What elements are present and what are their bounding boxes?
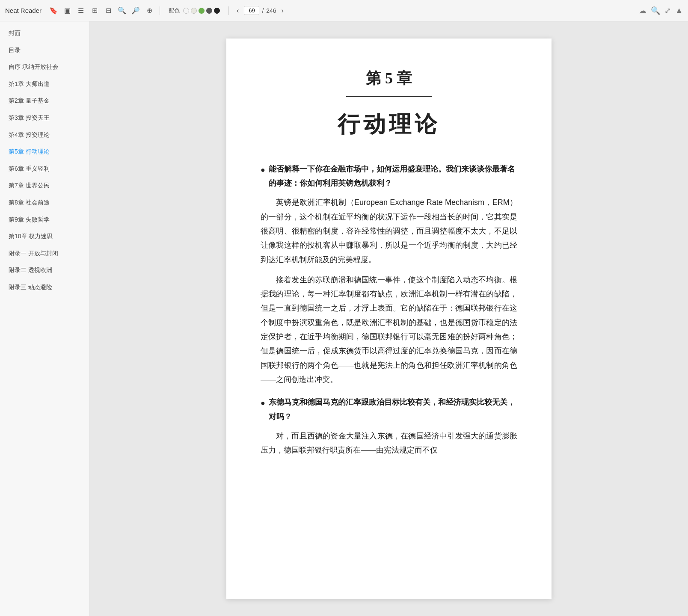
- bookmark-icon[interactable]: 🔖: [48, 6, 59, 16]
- color-label: 配色: [169, 7, 180, 15]
- color-green[interactable]: [199, 8, 205, 14]
- chapter-divider: [346, 96, 432, 97]
- sidebar-item-ch7[interactable]: 第7章 世界公民: [0, 177, 89, 194]
- page-navigation: ‹ / 246 ›: [234, 6, 286, 15]
- bullet-point-2: ● 东德马克和德国马克的汇率跟政治目标比较有关，和经济现实比较无关，对吗？: [261, 395, 517, 424]
- para-1: 英镑是欧洲汇率机制（European Exchange Rate Mechani…: [261, 195, 517, 267]
- add-icon[interactable]: ⊕: [144, 6, 154, 16]
- sidebar-item-ch1[interactable]: 第1章 大师出道: [0, 76, 89, 93]
- sidebar-item-ch3[interactable]: 第3章 投资天王: [0, 110, 89, 127]
- sidebar-item-app2[interactable]: 附录二 透视欧洲: [0, 262, 89, 279]
- toolbar: Neat Reader 🔖 ▣ ☰ ⊞ ⊟ 🔍 🔎 ⊕ 配色 ‹ / 246 ›…: [0, 0, 688, 21]
- content-section-1: ● 能否解释一下你在金融市场中，如何运用盛衰理论。我们来谈谈你最著名的事迹：你如…: [261, 162, 517, 387]
- color-white[interactable]: [183, 8, 189, 14]
- content-section-2: ● 东德马克和德国马克的汇率跟政治目标比较有关，和经济现实比较无关，对吗？ 对，…: [261, 395, 517, 457]
- bullet-point-1: ● 能否解释一下你在金融市场中，如何运用盛衰理论。我们来谈谈你最著名的事迹：你如…: [261, 162, 517, 191]
- sidebar-item-cover[interactable]: 封面: [0, 25, 89, 42]
- para-2: 接着发生的苏联崩溃和德国统一事件，使这个制度陷入动态不均衡。根据我的理论，每一种…: [261, 273, 517, 387]
- divider-1: [160, 6, 160, 15]
- content-area[interactable]: 第 5 章 行动理论 ● 能否解释一下你在金融市场中，如何运用盛衰理论。我们来谈…: [90, 21, 688, 616]
- sidebar-item-ch4[interactable]: 第4章 投资理论: [0, 127, 89, 144]
- bullet-dot-2: ●: [261, 396, 265, 410]
- app-name: Neat Reader: [5, 7, 42, 14]
- chapter-title: 行动理论: [261, 104, 517, 145]
- page-container: 第 5 章 行动理论 ● 能否解释一下你在金融市场中，如何运用盛衰理论。我们来谈…: [226, 38, 552, 599]
- color-black[interactable]: [214, 8, 220, 14]
- collapse-icon[interactable]: ▲: [675, 6, 683, 15]
- layout-icon[interactable]: ▣: [62, 6, 72, 16]
- page-prev-button[interactable]: ‹: [234, 6, 241, 15]
- sidebar-item-preface[interactable]: 自序 承纳开放社会: [0, 59, 89, 76]
- sidebar-item-ch8[interactable]: 第8章 社会前途: [0, 194, 89, 211]
- main-area: 封面 目录 自序 承纳开放社会 第1章 大师出道 第2章 量子基金 第3章 投资…: [0, 21, 688, 616]
- page-next-button[interactable]: ›: [279, 6, 286, 15]
- bullet-text-1: 能否解释一下你在金融市场中，如何运用盛衰理论。我们来谈谈你最著名的事迹：你如何利…: [269, 162, 517, 191]
- para-3: 对，而且西德的资金大量注入东德，在德国经济中引发强大的通货膨胀压力，德国联邦银行…: [261, 429, 517, 458]
- page-total: 246: [266, 7, 276, 14]
- bullet-text-2: 东德马克和德国马克的汇率跟政治目标比较有关，和经济现实比较无关，对吗？: [269, 395, 517, 424]
- divider-2: [228, 6, 229, 15]
- columns-icon[interactable]: ⊟: [103, 6, 113, 16]
- page-separator: /: [262, 7, 264, 14]
- color-dark[interactable]: [206, 8, 212, 14]
- sidebar-item-toc[interactable]: 目录: [0, 42, 89, 59]
- toolbar-right: ☁ 🔍 ⤢ ▲: [639, 6, 683, 15]
- sidebar: 封面 目录 自序 承纳开放社会 第1章 大师出道 第2章 量子基金 第3章 投资…: [0, 21, 90, 616]
- chapter-header: 第 5 章 行动理论: [261, 64, 517, 145]
- sidebar-item-app1[interactable]: 附录一 开放与封闭: [0, 245, 89, 262]
- sidebar-item-ch9[interactable]: 第9章 失败哲学: [0, 211, 89, 228]
- sidebar-item-ch2[interactable]: 第2章 量子基金: [0, 92, 89, 110]
- grid-icon[interactable]: ⊞: [89, 6, 100, 16]
- cloud-icon[interactable]: ☁: [639, 6, 646, 15]
- color-group: 配色: [169, 7, 220, 15]
- sidebar-item-ch6[interactable]: 第6章 重义轻利: [0, 160, 89, 178]
- chapter-number: 第 5 章: [261, 64, 517, 93]
- search-icon-2[interactable]: 🔎: [130, 6, 141, 16]
- expand-icon[interactable]: ⤢: [664, 6, 671, 15]
- search-top-icon[interactable]: 🔍: [651, 6, 660, 15]
- search-icon-1[interactable]: 🔍: [117, 6, 127, 16]
- page-number-input[interactable]: [244, 6, 259, 15]
- sidebar-item-ch10[interactable]: 第10章 权力迷思: [0, 228, 89, 245]
- bullet-dot-1: ●: [261, 163, 265, 177]
- color-light[interactable]: [191, 8, 197, 14]
- sidebar-item-ch5[interactable]: 第5章 行动理论: [0, 143, 89, 160]
- menu-icon[interactable]: ☰: [76, 6, 86, 16]
- sidebar-item-app3[interactable]: 附录三 动态避险: [0, 279, 89, 296]
